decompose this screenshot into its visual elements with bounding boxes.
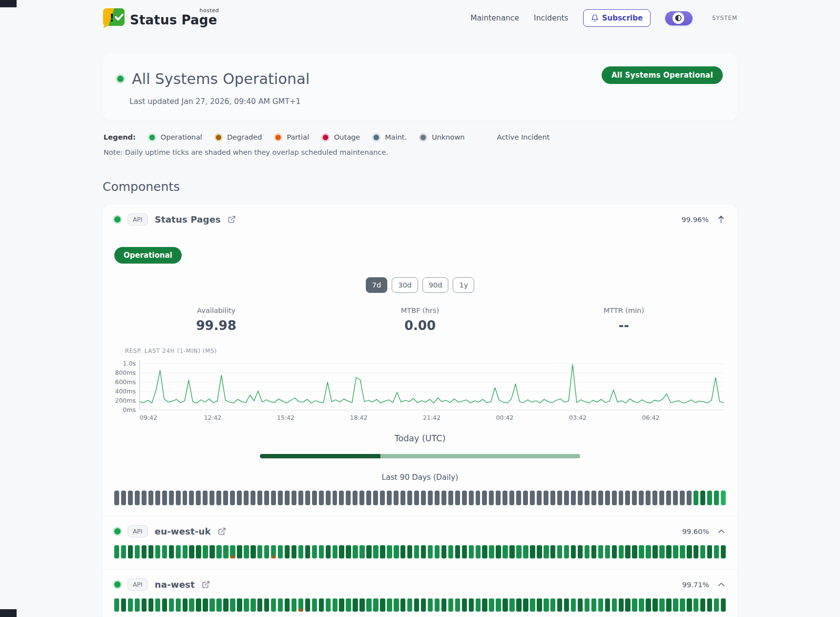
uptime-tick[interactable] xyxy=(714,598,719,612)
uptime-tick[interactable] xyxy=(271,491,276,505)
uptime-tick[interactable] xyxy=(666,545,671,558)
uptime-tick[interactable] xyxy=(687,491,692,505)
uptime-tick[interactable] xyxy=(544,598,548,612)
uptime-tick[interactable] xyxy=(544,491,548,505)
uptime-tick[interactable] xyxy=(666,598,671,612)
expand-button[interactable] xyxy=(717,581,726,588)
uptime-tick[interactable] xyxy=(476,491,481,505)
uptime-tick[interactable] xyxy=(244,491,249,505)
uptime-tick[interactable] xyxy=(605,598,610,612)
uptime-tick[interactable] xyxy=(176,598,181,612)
uptime-tick[interactable] xyxy=(189,598,194,612)
uptime-tick[interactable] xyxy=(359,545,364,558)
uptime-tick[interactable] xyxy=(244,598,249,612)
uptime-tick[interactable] xyxy=(441,491,446,505)
uptime-tick[interactable] xyxy=(469,491,474,505)
uptime-tick[interactable] xyxy=(550,545,555,558)
uptime-tick[interactable] xyxy=(271,545,276,558)
uptime-tick[interactable] xyxy=(162,545,167,558)
uptime-tick[interactable] xyxy=(646,545,651,558)
uptime-tick[interactable] xyxy=(448,545,453,558)
uptime-tick[interactable] xyxy=(476,598,481,612)
uptime-tick[interactable] xyxy=(216,491,221,505)
uptime-tick[interactable] xyxy=(359,491,364,505)
uptime-tick[interactable] xyxy=(666,491,671,505)
uptime-tick[interactable] xyxy=(557,598,562,612)
uptime-tick[interactable] xyxy=(619,598,624,612)
uptime-tick[interactable] xyxy=(571,598,576,612)
uptime-tick[interactable] xyxy=(210,491,214,505)
uptime-tick[interactable] xyxy=(632,545,637,558)
uptime-tick[interactable] xyxy=(169,491,174,505)
uptime-tick[interactable] xyxy=(714,491,719,505)
uptime-tick[interactable] xyxy=(169,598,174,612)
external-link-icon[interactable] xyxy=(218,527,226,535)
uptime-tick[interactable] xyxy=(387,598,392,612)
uptime-tick[interactable] xyxy=(251,491,255,505)
uptime-tick[interactable] xyxy=(210,598,214,612)
uptime-tick[interactable] xyxy=(380,598,385,612)
uptime-tick[interactable] xyxy=(353,598,357,612)
uptime-ticks-90d[interactable] xyxy=(114,491,726,505)
uptime-tick[interactable] xyxy=(142,491,147,505)
uptime-tick[interactable] xyxy=(394,598,399,612)
uptime-tick[interactable] xyxy=(700,545,705,558)
uptime-tick[interactable] xyxy=(652,491,657,505)
uptime-tick[interactable] xyxy=(162,491,167,505)
uptime-tick[interactable] xyxy=(469,598,474,612)
uptime-tick[interactable] xyxy=(366,545,371,558)
uptime-tick[interactable] xyxy=(537,491,542,505)
uptime-tick[interactable] xyxy=(516,545,521,558)
uptime-tick[interactable] xyxy=(639,491,644,505)
uptime-tick[interactable] xyxy=(571,545,576,558)
uptime-tick[interactable] xyxy=(319,545,324,558)
uptime-tick[interactable] xyxy=(414,491,419,505)
uptime-tick[interactable] xyxy=(155,545,160,558)
uptime-tick[interactable] xyxy=(121,598,126,612)
uptime-tick[interactable] xyxy=(496,491,501,505)
uptime-tick[interactable] xyxy=(687,598,692,612)
uptime-tick[interactable] xyxy=(387,491,392,505)
uptime-tick[interactable] xyxy=(285,598,290,612)
uptime-tick[interactable] xyxy=(550,491,555,505)
uptime-tick[interactable] xyxy=(700,491,705,505)
uptime-tick[interactable] xyxy=(407,545,412,558)
uptime-tick[interactable] xyxy=(292,545,296,558)
uptime-tick[interactable] xyxy=(639,598,644,612)
uptime-tick[interactable] xyxy=(339,598,344,612)
uptime-tick[interactable] xyxy=(455,598,460,612)
uptime-tick[interactable] xyxy=(700,598,705,612)
uptime-tick[interactable] xyxy=(366,598,371,612)
uptime-tick[interactable] xyxy=(196,491,201,505)
uptime-tick[interactable] xyxy=(292,491,296,505)
uptime-tick[interactable] xyxy=(203,545,208,558)
uptime-tick[interactable] xyxy=(394,545,399,558)
component-header[interactable]: API eu-west-uk 99.60% xyxy=(114,525,726,537)
uptime-tick[interactable] xyxy=(414,545,419,558)
uptime-tick[interactable] xyxy=(598,545,603,558)
uptime-tick[interactable] xyxy=(482,598,487,612)
uptime-tick[interactable] xyxy=(148,598,153,612)
uptime-tick[interactable] xyxy=(557,545,562,558)
uptime-tick[interactable] xyxy=(121,545,126,558)
uptime-tick[interactable] xyxy=(285,491,290,505)
uptime-tick[interactable] xyxy=(714,545,719,558)
uptime-tick[interactable] xyxy=(591,545,596,558)
uptime-tick[interactable] xyxy=(346,545,351,558)
uptime-tick[interactable] xyxy=(564,491,569,505)
component-header[interactable]: API Status Pages 99.96% xyxy=(114,213,726,226)
uptime-tick[interactable] xyxy=(339,545,344,558)
uptime-tick[interactable] xyxy=(155,491,160,505)
uptime-tick[interactable] xyxy=(135,598,140,612)
uptime-tick[interactable] xyxy=(673,491,678,505)
uptime-tick[interactable] xyxy=(346,491,351,505)
uptime-tick[interactable] xyxy=(455,545,460,558)
uptime-tick[interactable] xyxy=(176,545,181,558)
uptime-tick[interactable] xyxy=(646,491,651,505)
uptime-tick[interactable] xyxy=(455,491,460,505)
uptime-tick[interactable] xyxy=(591,598,596,612)
uptime-tick[interactable] xyxy=(489,545,494,558)
uptime-tick[interactable] xyxy=(585,491,589,505)
uptime-tick[interactable] xyxy=(435,598,440,612)
uptime-tick[interactable] xyxy=(625,598,630,612)
